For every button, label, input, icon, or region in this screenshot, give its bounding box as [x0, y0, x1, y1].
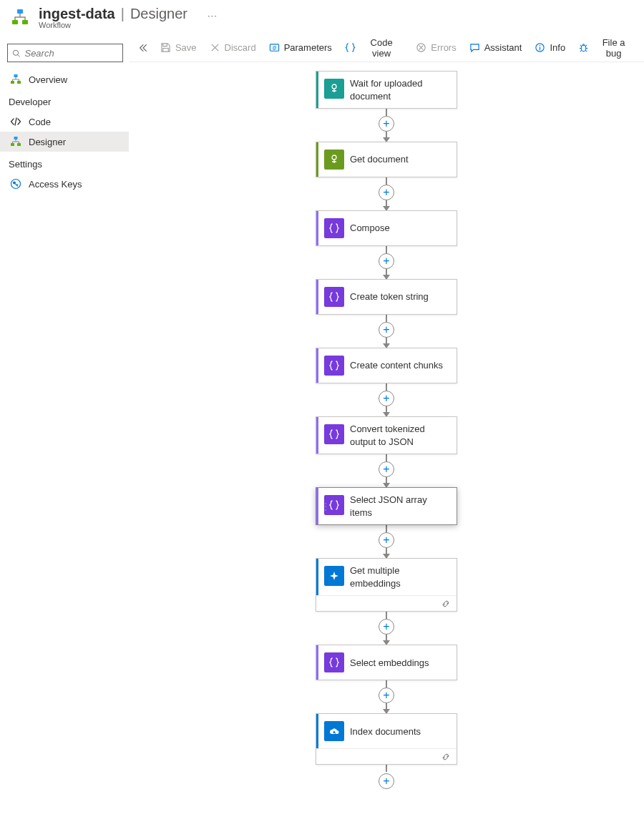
workflow-app-icon [9, 6, 31, 29]
workflow-node[interactable]: Compose [316, 210, 457, 246]
sparkle-icon [324, 566, 344, 586]
braces-icon [324, 218, 344, 238]
connector: + [379, 383, 394, 416]
workflow-node[interactable]: Get document [316, 142, 457, 177]
parameters-button[interactable]: @ Parameters [263, 39, 338, 56]
workflow-node[interactable]: Convert tokenized output to JSON [316, 416, 457, 454]
workflow-node[interactable]: Create content chunks [316, 348, 457, 383]
add-step-button[interactable]: + [379, 619, 394, 635]
sidebar-item-label: Access Keys [29, 179, 82, 190]
resource-name: ingest-data [39, 6, 115, 22]
connector: + [379, 454, 394, 487]
search-input[interactable] [24, 48, 118, 59]
svg-line-4 [18, 54, 20, 57]
sidebar: Overview Developer Code Designer Setting… [0, 34, 129, 832]
assistant-button[interactable]: Assistant [464, 39, 528, 56]
sidebar-item-label: Designer [29, 137, 66, 147]
node-label: Select embeddings [350, 645, 436, 680]
node-accent [316, 142, 318, 177]
sidebar-item-label: Code [29, 117, 51, 127]
add-step-button[interactable]: + [379, 687, 394, 703]
collapse-sidebar-button[interactable] [133, 38, 153, 58]
trigger-icon [324, 79, 344, 99]
add-step-button[interactable]: + [379, 322, 394, 338]
svg-point-3 [13, 50, 18, 55]
node-accent [316, 72, 318, 108]
add-step-button[interactable]: + [379, 461, 394, 477]
node-accent [316, 714, 318, 748]
link-icon [441, 599, 451, 609]
node-accent [316, 211, 318, 245]
svg-rect-0 [17, 9, 23, 14]
add-step-button[interactable]: + [379, 185, 394, 200]
node-accent [316, 559, 318, 595]
workflow-node[interactable]: Select embeddings [316, 645, 457, 680]
code-icon [10, 116, 21, 127]
add-step-button[interactable]: + [379, 391, 394, 406]
node-label: Create content chunks [350, 348, 450, 383]
connector: + [379, 315, 394, 348]
svg-rect-9 [11, 143, 14, 146]
drag-handle-icon[interactable]: ⋮ [321, 505, 331, 508]
node-label: Index documents [350, 714, 428, 748]
connector: + [379, 177, 394, 210]
connector: + [379, 612, 394, 645]
svg-point-21 [332, 155, 336, 160]
sidebar-item-designer[interactable]: Designer [0, 132, 129, 152]
errors-button[interactable]: Errors [410, 39, 462, 56]
node-label: Wait for uploaded document [350, 72, 457, 108]
more-menu-icon[interactable]: ··· [208, 10, 218, 21]
braces-icon [324, 356, 344, 376]
discard-button[interactable]: Discard [204, 39, 262, 56]
parameters-icon: @ [269, 42, 280, 53]
add-step-button[interactable]: + [379, 253, 394, 269]
workflow-node[interactable]: Get multiple embeddings [316, 558, 457, 612]
add-step-button[interactable]: + [379, 116, 394, 132]
workflow-node[interactable]: ⋮Select JSON array items [316, 487, 457, 525]
node-label: Select JSON array items [350, 488, 457, 524]
svg-rect-8 [14, 137, 18, 140]
node-label: Get multiple embeddings [350, 559, 457, 595]
svg-rect-10 [17, 143, 21, 146]
main-panel: Save Discard @ Parameters Code view Erro… [129, 34, 644, 832]
sidebar-item-label: Overview [29, 74, 67, 85]
workflow-node[interactable]: Index documents [316, 713, 457, 765]
section-developer: Developer [0, 89, 129, 112]
chat-icon [469, 42, 480, 53]
braces-icon [324, 287, 344, 307]
braces-icon [324, 424, 344, 444]
workflow-node[interactable]: Create token string [316, 279, 457, 315]
add-step-button[interactable]: + [379, 532, 394, 548]
node-footer [316, 748, 457, 764]
file-bug-button[interactable]: File a bug [572, 34, 640, 62]
node-label: Get document [350, 142, 416, 177]
add-step-button[interactable]: + [379, 773, 394, 789]
save-button[interactable]: Save [155, 39, 203, 56]
svg-point-17 [540, 45, 541, 46]
key-icon [10, 178, 21, 190]
node-label: Compose [350, 211, 397, 245]
search-input-wrap[interactable] [7, 44, 123, 62]
connector: + [379, 680, 394, 713]
svg-rect-5 [14, 74, 18, 77]
info-button[interactable]: Info [529, 39, 571, 56]
sidebar-item-code[interactable]: Code [0, 112, 129, 132]
sidebar-item-overview[interactable]: Overview [0, 69, 129, 89]
node-accent [316, 645, 318, 680]
save-icon [160, 42, 171, 53]
sidebar-item-access-keys[interactable]: Access Keys [0, 174, 129, 194]
node-footer [316, 595, 457, 611]
svg-point-12 [13, 182, 16, 185]
code-view-button[interactable]: Code view [339, 34, 409, 62]
svg-rect-1 [12, 20, 18, 24]
toolbar: Save Discard @ Parameters Code view Erro… [129, 34, 644, 62]
workflow-icon [10, 74, 21, 85]
node-accent [316, 488, 318, 524]
designer-canvas[interactable]: Wait for uploaded document+Get document+… [129, 62, 644, 832]
workflow-icon [10, 136, 21, 147]
connector: + [379, 246, 394, 279]
workflow-node[interactable]: Wait for uploaded document [316, 71, 457, 109]
discard-icon [210, 42, 220, 53]
svg-point-19 [581, 45, 586, 51]
connector: + [379, 525, 394, 558]
